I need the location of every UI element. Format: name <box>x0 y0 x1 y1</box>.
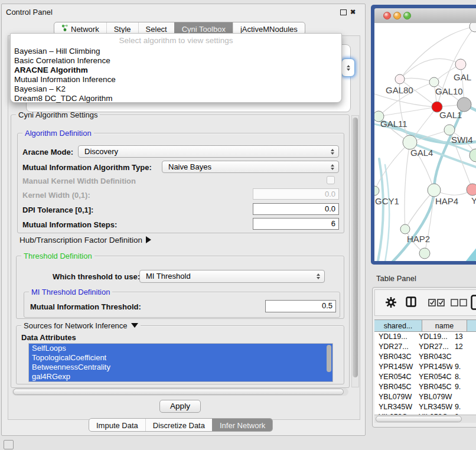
attribute-item[interactable]: TopologicalCoefficient <box>29 353 332 363</box>
mi-threshold-group: MI Threshold Definition Mutual Informati… <box>24 292 340 318</box>
network-node[interactable] <box>470 23 476 32</box>
stepper-arrows-icon <box>317 273 320 279</box>
dpi-tolerance-label: DPI Tolerance [0,1]: <box>22 206 93 214</box>
network-node[interactable] <box>395 74 405 84</box>
network-node[interactable] <box>428 184 441 197</box>
settings-vertical-scrollbar[interactable] <box>351 115 359 387</box>
table-cell: YBR045C <box>374 382 415 392</box>
tab-impute-data[interactable]: Impute Data <box>89 419 145 431</box>
table-cell: 9. <box>452 382 476 392</box>
threshold-definition-group: Threshold Definition Which threshold to … <box>16 256 344 319</box>
mi-type-select[interactable]: Naive Bayes <box>162 161 339 173</box>
node-label: HAP2 <box>407 234 430 244</box>
mi-steps-field[interactable]: 6 <box>253 218 339 230</box>
control-panel-title: Control Panel <box>6 8 53 17</box>
table-row[interactable]: YBR045CYBR045C9. <box>374 382 476 392</box>
mi-steps-label: Mutual Information Steps: <box>22 220 117 229</box>
minimize-window-icon[interactable] <box>393 12 401 19</box>
network-node[interactable] <box>419 248 430 259</box>
table-row[interactable]: YBL079WYBL079W <box>374 392 476 402</box>
tab-style[interactable]: Style <box>106 22 138 34</box>
mini-panel-button[interactable] <box>4 440 14 449</box>
table-row[interactable]: YDL19...YDL19...13 <box>374 332 476 342</box>
table-row[interactable]: YPR145WYPR145W9. <box>374 362 476 372</box>
kernel-width-field[interactable]: 0.0 <box>253 188 339 200</box>
select-all-icon[interactable] <box>428 298 445 309</box>
table-body[interactable]: YDL19...YDL19...13YDR27...YDR27...12YBR0… <box>374 332 476 415</box>
dropdown-item[interactable]: Mutual Information Inference <box>11 75 341 84</box>
document-icon[interactable] <box>471 295 476 312</box>
manual-kernel-label: Manual Kernel Width Definition <box>22 177 136 185</box>
table-cell: 9. <box>452 402 476 412</box>
manual-kernel-checkbox[interactable] <box>327 176 335 184</box>
settings-horizontal-scrollbar[interactable] <box>12 388 348 396</box>
close-panel-icon[interactable]: ✖ <box>349 8 357 16</box>
dropdown-placeholder[interactable]: Select algorithm to view settings <box>11 35 341 47</box>
tab-infer-network[interactable]: Infer Network <box>212 419 272 431</box>
table-horizontal-scrollbar[interactable] <box>374 415 476 423</box>
tab-select[interactable]: Select <box>138 22 174 34</box>
network-icon <box>61 24 69 34</box>
stepper-arrows-icon <box>331 149 334 155</box>
network-node[interactable] <box>457 97 471 112</box>
network-node[interactable] <box>470 149 476 162</box>
sources-group-title[interactable]: Sources for Network Inference <box>21 321 141 330</box>
table-cell: YBL079W <box>374 392 415 402</box>
table-row[interactable]: YER054CYER054C8. <box>374 372 476 382</box>
table-cell: 9. <box>452 362 476 372</box>
network-node[interactable] <box>400 224 410 234</box>
table-header-row: shared...name <box>374 319 476 332</box>
screen: { "control_panel": { "title": "Control P… <box>0 0 476 450</box>
network-node[interactable] <box>429 77 439 87</box>
data-attributes-list[interactable]: SelfLoopsTopologicalCoefficientBetweenne… <box>28 343 333 382</box>
kernel-width-label: Kernel Width (0,1): <box>22 191 90 200</box>
list-scrollbar[interactable] <box>327 345 331 372</box>
attr-items: SelfLoopsTopologicalCoefficientBetweenne… <box>29 344 332 381</box>
table-panel-title: Table Panel <box>376 274 416 283</box>
deselect-all-icon[interactable] <box>451 298 467 309</box>
algorithm-dropdown-popup: Select algorithm to view settings Bayesi… <box>10 33 342 103</box>
network-node[interactable] <box>444 125 455 135</box>
table-row[interactable]: YDR27...YDR27...12 <box>374 342 476 352</box>
table-cell: YER054C <box>415 372 452 382</box>
tab-cyni-toolbox[interactable]: Cyni Toolbox <box>174 22 233 34</box>
dropdown-item[interactable]: ARACNE Algorithm <box>11 66 341 75</box>
focused-spinner-fragment[interactable] <box>341 58 355 77</box>
attribute-item[interactable]: BetweennessCentrality <box>29 363 332 372</box>
column-header[interactable] <box>467 319 476 332</box>
network-node[interactable] <box>374 186 379 195</box>
node-label: GAL11 <box>380 119 407 129</box>
column-header[interactable]: shared... <box>374 319 422 332</box>
settings-gear-icon[interactable] <box>385 296 397 308</box>
hub-section-toggle[interactable]: Hub/Transcription Factor Definition <box>19 236 151 244</box>
collapse-down-icon <box>131 323 138 328</box>
apply-button[interactable]: Apply <box>159 400 201 413</box>
tab-jactivemnodules[interactable]: jActiveMNodules <box>233 22 305 34</box>
columns-icon[interactable] <box>406 296 416 307</box>
network-node[interactable] <box>455 59 466 70</box>
table-row[interactable]: YLR345WYLR345W9. <box>374 402 476 412</box>
column-header[interactable]: name <box>422 319 467 332</box>
close-window-icon[interactable] <box>383 12 391 19</box>
which-threshold-select[interactable]: MI Threshold <box>139 270 325 283</box>
tab-network[interactable]: Network <box>54 22 106 34</box>
node-label: GAL <box>454 72 471 82</box>
dpi-tolerance-field[interactable]: 0.0 <box>253 203 339 215</box>
mi-threshold-field[interactable]: 0.5 <box>265 300 336 312</box>
network-window-titlebar[interactable] <box>374 8 476 24</box>
dropdown-item[interactable]: Basic Correlation Inference <box>11 56 341 66</box>
tab-discretize-data[interactable]: Discretize Data <box>145 419 212 431</box>
table-row[interactable]: YBR043CYBR043C <box>374 352 476 362</box>
aracne-mode-select[interactable]: Discovery <box>78 145 339 158</box>
dropdown-item[interactable]: Bayesian – K2 <box>11 84 341 94</box>
attribute-item[interactable]: gal4RGexp <box>29 372 332 381</box>
mi-threshold-label: Mutual Information Threshold: <box>30 302 141 311</box>
dropdown-item[interactable]: Dream8 DC_TDC Algorithm <box>11 94 341 103</box>
network-canvas[interactable]: GALGAL80GAL10GAL1GAL11SWI4GAL4GCY1HAP4YH… <box>374 23 476 261</box>
float-window-icon[interactable] <box>340 8 347 16</box>
table-cell: YBL079W <box>415 392 452 402</box>
attribute-item[interactable]: SelfLoops <box>29 344 332 353</box>
zoom-window-icon[interactable] <box>403 12 411 19</box>
dropdown-item[interactable]: Bayesian – Hill Climbing <box>11 47 341 56</box>
network-node[interactable] <box>467 184 476 195</box>
